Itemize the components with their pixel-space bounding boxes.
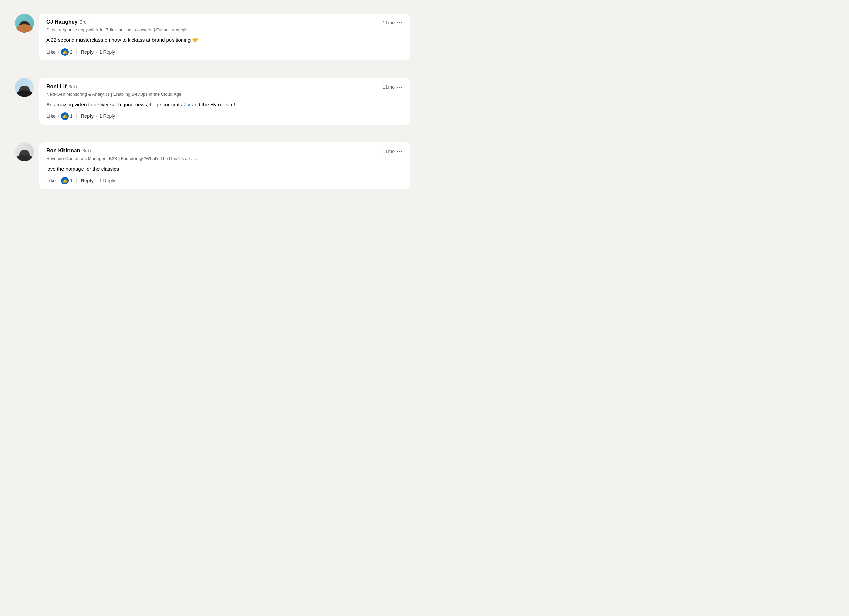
mention-link[interactable]: Ziv — [183, 101, 190, 107]
dot-separator-2: · — [96, 178, 97, 183]
like-button[interactable]: Like — [46, 49, 56, 55]
thumbs-up-icon: 👍 — [61, 112, 69, 120]
thumbs-up-icon: 👍 — [61, 48, 69, 56]
like-count: 1 — [70, 178, 73, 183]
comment-item: Roni Lif 3rd+ 11mo ··· Next-Gen Monitori… — [7, 71, 418, 132]
dot-separator: · — [58, 113, 59, 119]
avatar — [15, 142, 34, 161]
comment-meta: 11mo ··· — [383, 148, 403, 155]
author-degree: 3rd+ — [79, 19, 89, 25]
like-button[interactable]: Like — [46, 113, 56, 119]
reply-button[interactable]: Reply — [81, 178, 94, 183]
comment-actions: Like · 👍 1 | Reply · 1 Reply — [46, 177, 403, 185]
like-button[interactable]: Like — [46, 178, 56, 183]
view-replies-button[interactable]: 1 Reply — [99, 178, 115, 183]
author-info: Ron Khirman 3rd+ — [46, 148, 92, 154]
author-degree: 3rd+ — [69, 84, 78, 89]
comment-header: Roni Lif 3rd+ 11mo ··· — [46, 83, 403, 91]
author-name[interactable]: Ron Khirman — [46, 148, 80, 154]
comment-body: CJ Haughey 3rd+ 11mo ··· Direct response… — [39, 13, 410, 61]
comment-text: A 22-second masterclass on how to kickas… — [46, 36, 403, 44]
comment-header: Ron Khirman 3rd+ 11mo ··· — [46, 148, 403, 155]
comment-body: Roni Lif 3rd+ 11mo ··· Next-Gen Monitori… — [39, 78, 410, 125]
action-divider: | — [76, 178, 77, 184]
author-headline: Direct response copywriter for 7-fig+ bu… — [46, 27, 403, 33]
comment-item: Ron Khirman 3rd+ 11mo ··· Revenue Operat… — [7, 135, 418, 196]
comment-text: love the homage for the classics — [46, 165, 403, 173]
thumbs-up-icon: 👍 — [61, 177, 69, 185]
comments-list: CJ Haughey 3rd+ 11mo ··· Direct response… — [7, 7, 418, 196]
comment-text-part2: and the Hyro team! — [190, 101, 235, 107]
like-count: 1 — [70, 113, 73, 119]
comment-text-part1: An amazing video to deliver such good ne… — [46, 101, 183, 107]
dot-separator: · — [58, 49, 59, 55]
reply-button[interactable]: Reply — [81, 49, 94, 55]
like-badge[interactable]: 👍 1 — [61, 112, 73, 120]
comment-body: Ron Khirman 3rd+ 11mo ··· Revenue Operat… — [39, 142, 410, 189]
more-options-button[interactable]: ··· — [397, 83, 403, 91]
author-name[interactable]: CJ Haughey — [46, 19, 77, 25]
comment-meta: 11mo ··· — [383, 83, 403, 91]
author-info: Roni Lif 3rd+ — [46, 83, 78, 90]
comment-time: 11mo — [383, 84, 395, 90]
reply-button[interactable]: Reply — [81, 113, 94, 119]
action-divider: | — [76, 49, 77, 55]
author-headline: Next-Gen Monitoring & Analytics | Enabli… — [46, 91, 403, 97]
comment-actions: Like · 👍 2 | Reply · 1 Reply — [46, 48, 403, 56]
comment-meta: 11mo ··· — [383, 19, 403, 26]
dot-separator: · — [58, 178, 59, 183]
like-badge[interactable]: 👍 1 — [61, 177, 73, 185]
avatar — [15, 13, 34, 33]
action-divider: | — [76, 113, 77, 119]
dot-separator-2: · — [96, 113, 97, 119]
more-options-button[interactable]: ··· — [397, 19, 403, 26]
author-name[interactable]: Roni Lif — [46, 83, 67, 90]
comment-text: An amazing video to deliver such good ne… — [46, 101, 403, 109]
like-count: 2 — [70, 49, 73, 55]
avatar — [15, 78, 34, 97]
like-badge[interactable]: 👍 2 — [61, 48, 73, 56]
author-info: CJ Haughey 3rd+ — [46, 19, 89, 25]
dot-separator-2: · — [96, 49, 97, 55]
comment-time: 11mo — [383, 149, 395, 154]
author-headline: Revenue Operations Manager | B2B | Found… — [46, 156, 403, 162]
comment-item: CJ Haughey 3rd+ 11mo ··· Direct response… — [7, 7, 418, 67]
comment-actions: Like · 👍 1 | Reply · 1 Reply — [46, 112, 403, 120]
view-replies-button[interactable]: 1 Reply — [99, 113, 115, 119]
comment-header: CJ Haughey 3rd+ 11mo ··· — [46, 19, 403, 26]
comment-time: 11mo — [383, 20, 395, 25]
author-degree: 3rd+ — [82, 148, 92, 153]
more-options-button[interactable]: ··· — [397, 148, 403, 155]
view-replies-button[interactable]: 1 Reply — [99, 49, 115, 55]
